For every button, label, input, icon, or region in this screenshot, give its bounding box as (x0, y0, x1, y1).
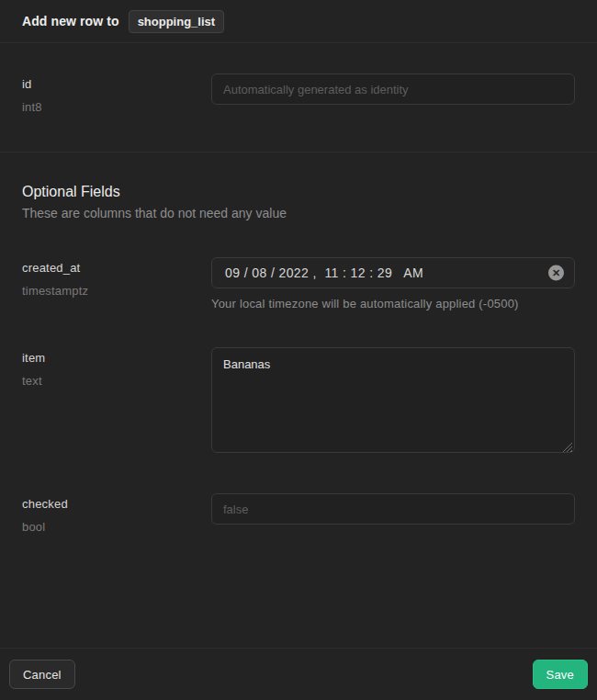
field-item-label: item (22, 351, 211, 365)
field-item-input-col: Bananas (211, 347, 575, 457)
field-created-at-input-col: 09 / 08 / 2022 , 11 : 12 : 29 AM ✕ Your … (211, 257, 575, 310)
id-input[interactable] (211, 73, 575, 105)
field-id-input-col (211, 73, 575, 114)
table-name-chip: shopping_list (129, 10, 225, 33)
field-created-at-type: timestamptz (22, 284, 211, 298)
optional-fields-section: Optional Fields These are columns that d… (0, 152, 597, 648)
field-item-type: text (22, 374, 211, 388)
panel-header: Add new row to shopping_list (0, 0, 597, 43)
timezone-helper-text: Your local timezone will be automaticall… (211, 297, 575, 310)
save-button[interactable]: Save (533, 660, 588, 689)
field-checked-input-col (211, 493, 575, 534)
panel-title: Add new row to (22, 14, 119, 28)
cancel-button[interactable]: Cancel (9, 660, 75, 689)
field-row-checked: checked bool (0, 493, 597, 534)
created-at-value[interactable]: 09 / 08 / 2022 , 11 : 12 : 29 AM (225, 265, 423, 280)
field-item-labels: item text (22, 347, 211, 457)
checked-input[interactable] (211, 493, 575, 525)
field-created-at-label: created_at (22, 261, 211, 275)
field-id-type: int8 (22, 100, 211, 114)
field-created-at-labels: created_at timestamptz (22, 257, 211, 310)
panel-footer: Cancel Save (0, 648, 597, 700)
field-checked-type: bool (22, 520, 211, 534)
required-fields-section: id int8 (0, 43, 597, 152)
add-row-panel: Add new row to shopping_list id int8 Opt… (0, 0, 597, 700)
item-textarea[interactable]: Bananas (211, 347, 575, 453)
field-row-id: id int8 (0, 73, 597, 114)
circle-x-icon[interactable]: ✕ (548, 265, 564, 281)
optional-section-subtitle: These are columns that do not need any v… (22, 206, 575, 220)
field-row-item: item text Bananas (0, 347, 597, 457)
optional-section-heading: Optional Fields These are columns that d… (0, 184, 597, 220)
optional-section-title: Optional Fields (22, 184, 575, 200)
created-at-datetime-input[interactable]: 09 / 08 / 2022 , 11 : 12 : 29 AM ✕ (211, 257, 575, 288)
field-id-labels: id int8 (22, 73, 211, 114)
field-checked-labels: checked bool (22, 493, 211, 534)
field-id-label: id (22, 77, 211, 91)
field-row-created-at: created_at timestamptz 09 / 08 / 2022 , … (0, 257, 597, 310)
field-checked-label: checked (22, 497, 211, 511)
